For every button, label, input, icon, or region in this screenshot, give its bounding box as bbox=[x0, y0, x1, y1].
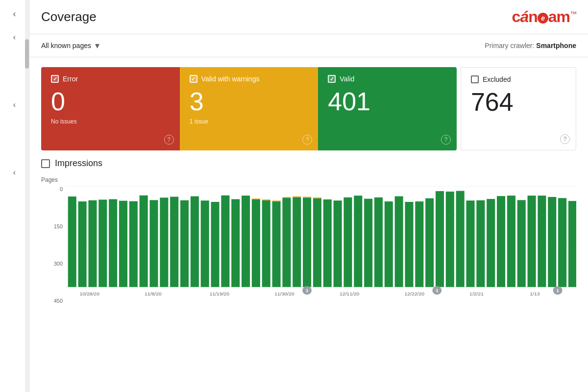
bar-warning-20 bbox=[272, 200, 281, 201]
page-title: Coverage bbox=[41, 9, 97, 24]
error-help-icon[interactable]: ? bbox=[164, 135, 174, 145]
svg-text:12/22/20: 12/22/20 bbox=[405, 291, 425, 296]
bar-valid-34 bbox=[415, 201, 423, 287]
valid-count: 401 bbox=[328, 89, 447, 114]
bar-valid-43 bbox=[507, 196, 515, 287]
bar-valid-40 bbox=[476, 200, 485, 287]
warning-checkbox[interactable] bbox=[190, 75, 197, 83]
bar-valid-36 bbox=[436, 191, 444, 287]
sidebar-toggle-arrow[interactable]: ‹ bbox=[9, 5, 20, 23]
sidebar: ‹ ‹ ‹ ‹ bbox=[0, 0, 29, 392]
bar-valid-30 bbox=[374, 197, 383, 287]
bar-valid-12 bbox=[191, 196, 199, 287]
bar-valid-20 bbox=[272, 201, 281, 287]
bar-valid-2 bbox=[88, 200, 97, 287]
excluded-checkbox[interactable] bbox=[471, 75, 479, 83]
impressions-label: Impressions bbox=[55, 158, 102, 169]
bar-valid-35 bbox=[425, 198, 434, 287]
filter-dropdown[interactable]: All known pages ▾ bbox=[41, 40, 99, 51]
nav-chevron-up[interactable]: ‹ bbox=[13, 33, 16, 42]
bar-valid-39 bbox=[466, 200, 474, 287]
error-checkbox[interactable] bbox=[51, 75, 59, 83]
bar-valid-33 bbox=[405, 202, 413, 287]
valid-card-header: Valid bbox=[328, 75, 447, 83]
bar-chart: 10/28/20 11/8/20 11/19/20 11/30/20 12/11… bbox=[66, 186, 576, 304]
bar-valid-38 bbox=[456, 191, 465, 287]
y-axis-label: Pages bbox=[41, 176, 58, 183]
bar-valid-7 bbox=[140, 196, 148, 287]
y-tick-3: 0 bbox=[41, 186, 66, 192]
bar-valid-6 bbox=[129, 201, 138, 287]
toolbar: All known pages ▾ Primary crawler: Smart… bbox=[29, 34, 588, 57]
impressions-toggle: Impressions bbox=[41, 158, 576, 169]
warning-help-icon[interactable]: ? bbox=[302, 135, 312, 145]
bar-warning-21 bbox=[282, 197, 291, 198]
bar-valid-49 bbox=[568, 201, 576, 287]
crawler-prefix: Primary crawler: bbox=[485, 42, 534, 49]
bar-valid-18 bbox=[252, 199, 260, 287]
chart-bars bbox=[68, 191, 576, 287]
brand-logo: cáneam™ bbox=[512, 8, 576, 26]
bar-valid-41 bbox=[487, 199, 495, 287]
annotation-label-1: 1 bbox=[306, 288, 309, 293]
chart-area: 10/28/20 11/8/20 11/19/20 11/30/20 12/11… bbox=[66, 186, 576, 304]
bar-valid-22 bbox=[293, 197, 301, 287]
annotation-label-2: 1 bbox=[436, 288, 439, 293]
sidebar-scrollbar[interactable] bbox=[25, 0, 29, 392]
valid-checkbox[interactable] bbox=[328, 75, 336, 83]
warning-label: Valid with warnings bbox=[201, 75, 260, 83]
bar-valid-45 bbox=[528, 196, 536, 287]
y-tick-0: 450 bbox=[41, 298, 66, 304]
bar-valid-32 bbox=[395, 196, 403, 287]
bar-valid-10 bbox=[170, 196, 178, 287]
warning-subtitle: 1 issue bbox=[190, 118, 309, 125]
error-count: 0 bbox=[51, 89, 170, 114]
status-cards: Error 0 No issues ? Valid with warnings … bbox=[41, 67, 576, 150]
impressions-checkbox[interactable] bbox=[41, 159, 50, 168]
bar-valid-26 bbox=[334, 200, 342, 287]
bar-valid-16 bbox=[231, 199, 240, 287]
svg-text:11/30/20: 11/30/20 bbox=[274, 291, 294, 296]
svg-text:12/11/20: 12/11/20 bbox=[340, 291, 360, 296]
excluded-help-icon[interactable]: ? bbox=[560, 134, 570, 144]
bar-valid-21 bbox=[282, 198, 291, 287]
header: Coverage cáneam™ bbox=[29, 0, 588, 34]
bar-warning-19 bbox=[262, 199, 270, 200]
bar-valid-13 bbox=[201, 200, 209, 287]
bar-warning-18 bbox=[252, 198, 260, 199]
excluded-card[interactable]: Excluded 764 ? bbox=[461, 67, 576, 150]
nav-chevron-down[interactable]: ‹ bbox=[13, 168, 16, 177]
valid-help-icon[interactable]: ? bbox=[441, 135, 451, 145]
error-subtitle: No issues bbox=[51, 118, 170, 125]
bar-valid-5 bbox=[119, 201, 127, 287]
chart-section: Impressions Pages 450 300 150 0 bbox=[29, 150, 588, 392]
bar-valid-9 bbox=[160, 197, 168, 287]
filter-label: All known pages bbox=[41, 42, 91, 49]
bar-valid-1 bbox=[78, 201, 87, 287]
crawler-info: Primary crawler: Smartphone bbox=[485, 42, 576, 49]
y-axis-ticks: 450 300 150 0 bbox=[41, 186, 66, 304]
warning-card[interactable]: Valid with warnings 3 1 issue ? bbox=[180, 67, 318, 150]
scrollbar-thumb[interactable] bbox=[25, 39, 29, 69]
bar-valid-0 bbox=[68, 196, 76, 287]
bar-valid-14 bbox=[211, 202, 219, 287]
svg-text:10/28/20: 10/28/20 bbox=[79, 291, 99, 296]
bar-valid-46 bbox=[538, 196, 546, 287]
error-card[interactable]: Error 0 No issues ? bbox=[41, 67, 180, 150]
sidebar-nav: ‹ ‹ ‹ bbox=[13, 23, 16, 177]
bar-valid-17 bbox=[242, 196, 250, 287]
excluded-card-header: Excluded bbox=[471, 75, 566, 83]
bar-valid-3 bbox=[98, 199, 107, 287]
warning-card-header: Valid with warnings bbox=[190, 75, 309, 83]
svg-text:1/2/21: 1/2/21 bbox=[469, 291, 484, 296]
bar-valid-8 bbox=[149, 200, 158, 287]
valid-card[interactable]: Valid 401 ? bbox=[318, 67, 457, 150]
nav-chevron-mid[interactable]: ‹ bbox=[13, 100, 16, 109]
excluded-count: 764 bbox=[471, 89, 566, 115]
valid-label: Valid bbox=[340, 75, 354, 83]
bar-valid-15 bbox=[221, 196, 229, 287]
bar-valid-42 bbox=[497, 196, 505, 287]
bar-valid-19 bbox=[262, 200, 270, 287]
error-card-header: Error bbox=[51, 75, 170, 83]
dropdown-arrow-icon: ▾ bbox=[95, 40, 99, 51]
